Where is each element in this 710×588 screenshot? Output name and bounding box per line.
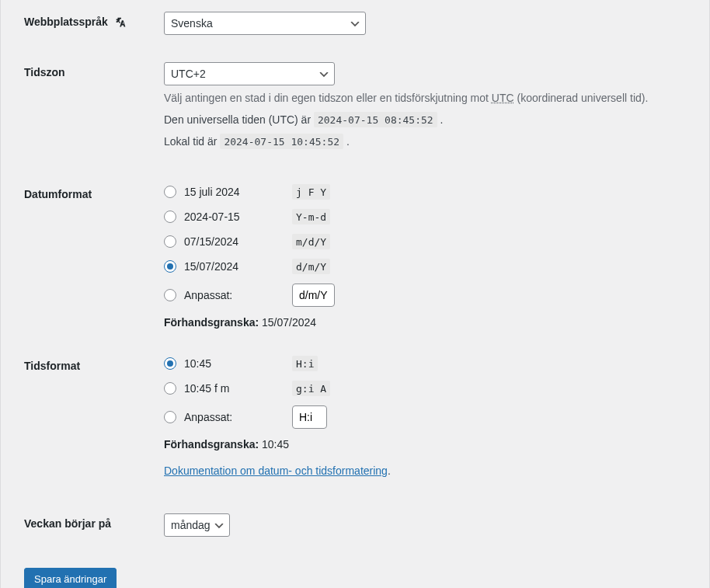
- time-format-custom-input[interactable]: [292, 405, 327, 429]
- date-format-radio-1[interactable]: [164, 186, 176, 198]
- local-time-row: Lokal tid är 2024-07-15 10:45:52 .: [164, 135, 701, 148]
- date-format-code-3: m/d/Y: [292, 234, 330, 249]
- week-start-label: Veckan börjar på: [1, 502, 156, 552]
- date-format-code-4: d/m/Y: [292, 259, 330, 274]
- timezone-select[interactable]: UTC+2: [164, 62, 335, 85]
- date-format-radio-3[interactable]: [164, 235, 176, 248]
- time-format-option-2[interactable]: 10:45 f m: [164, 382, 292, 395]
- time-format-option-1[interactable]: 10:45: [164, 357, 292, 370]
- timezone-description: Välj antingen en stad i din egen tidszon…: [164, 92, 701, 104]
- time-format-radio-2[interactable]: [164, 382, 176, 395]
- date-format-option-3[interactable]: 07/15/2024: [164, 235, 292, 248]
- site-language-select[interactable]: Svenska: [164, 12, 366, 35]
- date-format-label: Datumformat: [1, 172, 156, 344]
- date-format-code-2: Y-m-d: [292, 209, 330, 224]
- site-language-label: Webbplatsspråk: [1, 0, 156, 50]
- timezone-label: Tidszon: [1, 50, 156, 172]
- date-format-radio-4[interactable]: [164, 260, 176, 273]
- date-format-radio-custom[interactable]: [164, 289, 176, 301]
- week-start-select[interactable]: måndag: [164, 513, 230, 537]
- time-format-radio-1[interactable]: [164, 357, 176, 370]
- date-format-option-2[interactable]: 2024-07-15: [164, 210, 292, 223]
- datetime-doc-link[interactable]: Dokumentation om datum- och tidsformater…: [164, 464, 388, 477]
- time-format-radio-custom[interactable]: [164, 411, 176, 423]
- utc-time-row: Den universella tiden (UTC) är 2024-07-1…: [164, 113, 701, 126]
- date-format-custom-input[interactable]: [292, 284, 335, 307]
- date-format-custom-option[interactable]: Anpassat:: [164, 289, 292, 301]
- save-button[interactable]: Spara ändringar: [24, 568, 117, 588]
- time-format-custom-option[interactable]: Anpassat:: [164, 411, 292, 423]
- date-format-option-1[interactable]: 15 juli 2024: [164, 186, 292, 198]
- time-format-code-1: H:i: [292, 356, 318, 371]
- translate-icon: [114, 16, 128, 30]
- time-format-preview: Förhandsgranska: 10:45: [164, 438, 701, 451]
- time-format-label: Tidsformat: [1, 344, 156, 502]
- date-format-option-4[interactable]: 15/07/2024: [164, 260, 292, 273]
- date-format-radio-2[interactable]: [164, 210, 176, 223]
- time-format-code-2: g:i A: [292, 381, 330, 396]
- date-format-preview: Förhandsgranska: 15/07/2024: [164, 316, 701, 329]
- date-format-code-1: j F Y: [292, 184, 330, 200]
